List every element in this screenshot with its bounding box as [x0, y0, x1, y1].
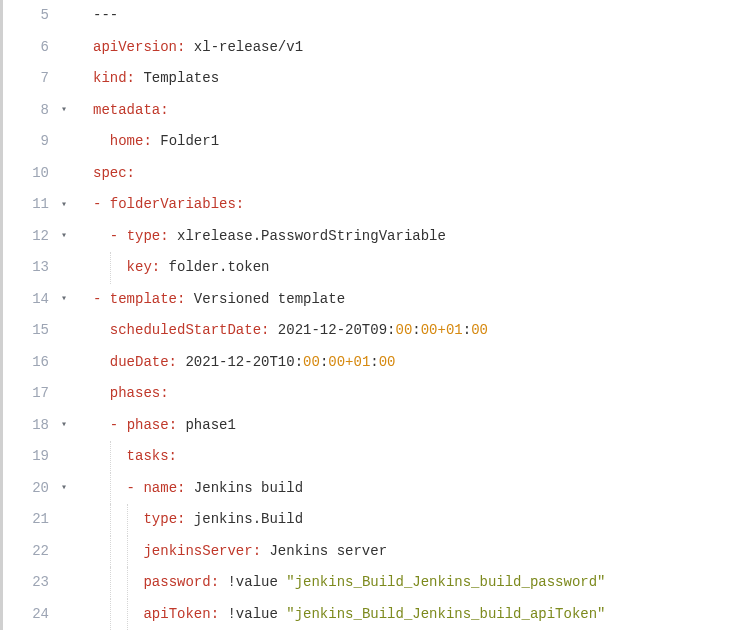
fold-toggle-icon[interactable]: ▾ [61, 221, 67, 253]
token-key: scheduledStartDate: [110, 322, 270, 338]
token-key: phases: [110, 385, 169, 401]
code-cell[interactable]: apiVersion: xl-release/v1 [73, 32, 750, 64]
code-line: 15 scheduledStartDate: 2021-12-20T09:00:… [3, 315, 750, 347]
code-line: 18▾ - phase: phase1 [3, 410, 750, 442]
code-content: apiToken: !value "jenkins_Build_Jenkins_… [93, 599, 606, 631]
token-num: 00+01 [421, 322, 463, 338]
code-cell[interactable]: apiToken: !value "jenkins_Build_Jenkins_… [73, 599, 750, 631]
code-content: metadata: [93, 95, 169, 127]
token-key: name: [143, 480, 185, 496]
fold-toggle-icon[interactable]: ▾ [61, 95, 67, 127]
token-num: 00 [379, 354, 396, 370]
token-scalar [93, 543, 143, 559]
token-scalar [93, 574, 143, 590]
code-cell[interactable]: type: jenkins.Build [73, 504, 750, 536]
token-scalar [93, 480, 127, 496]
line-number: 24 [3, 599, 73, 631]
token-scalar [93, 511, 143, 527]
token-key: type: [143, 511, 185, 527]
code-line: 23 password: !value "jenkins_Build_Jenki… [3, 567, 750, 599]
token-scalar: --- [93, 7, 118, 23]
token-num: 00 [471, 322, 488, 338]
code-cell[interactable]: jenkinsServer: Jenkins server [73, 536, 750, 568]
line-number: 19 [3, 441, 73, 473]
fold-toggle-icon[interactable]: ▾ [61, 410, 67, 442]
code-line: 12▾ - type: xlrelease.PasswordStringVari… [3, 221, 750, 253]
code-content: kind: Templates [93, 63, 219, 95]
code-line: 14▾- template: Versioned template [3, 284, 750, 316]
code-cell[interactable]: --- [73, 0, 750, 32]
fold-toggle-icon[interactable]: ▾ [61, 189, 67, 221]
code-line: 17 phases: [3, 378, 750, 410]
fold-toggle-icon[interactable]: ▾ [61, 473, 67, 505]
token-scalar: xl-release/v1 [185, 39, 303, 55]
code-line: 19 tasks: [3, 441, 750, 473]
code-cell[interactable]: phases: [73, 378, 750, 410]
token-num: 00 [303, 354, 320, 370]
code-line: 8▾metadata: [3, 95, 750, 127]
token-key: password: [143, 574, 219, 590]
code-cell[interactable]: dueDate: 2021-12-20T10:00:00+01:00 [73, 347, 750, 379]
line-number: 11▾ [3, 189, 73, 221]
code-cell[interactable]: password: !value "jenkins_Build_Jenkins_… [73, 567, 750, 599]
code-cell[interactable]: - folderVariables: [73, 189, 750, 221]
fold-toggle-icon[interactable]: ▾ [61, 284, 67, 316]
code-cell[interactable]: tasks: [73, 441, 750, 473]
code-content: type: jenkins.Build [93, 504, 303, 536]
code-content: apiVersion: xl-release/v1 [93, 32, 303, 64]
token-scalar: Jenkins server [261, 543, 387, 559]
token-scalar [93, 385, 110, 401]
code-line: 13 key: folder.token [3, 252, 750, 284]
token-scalar [93, 606, 143, 622]
code-cell[interactable]: scheduledStartDate: 2021-12-20T09:00:00+… [73, 315, 750, 347]
token-key: apiToken: [143, 606, 219, 622]
token-scalar [93, 417, 110, 433]
token-scalar: Folder1 [152, 133, 219, 149]
token-scalar [93, 354, 110, 370]
line-number: 22 [3, 536, 73, 568]
code-content: - phase: phase1 [93, 410, 236, 442]
code-line: 22 jenkinsServer: Jenkins server [3, 536, 750, 568]
code-content: key: folder.token [93, 252, 269, 284]
token-scalar: Versioned template [185, 291, 345, 307]
code-cell[interactable]: - phase: phase1 [73, 410, 750, 442]
line-number: 10 [3, 158, 73, 190]
code-cell[interactable]: metadata: [73, 95, 750, 127]
code-line: 20▾ - name: Jenkins build [3, 473, 750, 505]
token-key: jenkinsServer: [143, 543, 261, 559]
token-dash: - [93, 196, 110, 212]
token-scalar: 2021-12-20T10: [177, 354, 303, 370]
code-line: 6apiVersion: xl-release/v1 [3, 32, 750, 64]
token-num: 00 [395, 322, 412, 338]
code-cell[interactable]: - name: Jenkins build [73, 473, 750, 505]
code-cell[interactable]: - type: xlrelease.PasswordStringVariable [73, 221, 750, 253]
line-number: 14▾ [3, 284, 73, 316]
code-line: 16 dueDate: 2021-12-20T10:00:00+01:00 [3, 347, 750, 379]
code-cell[interactable]: - template: Versioned template [73, 284, 750, 316]
code-cell[interactable]: home: Folder1 [73, 126, 750, 158]
token-str: "jenkins_Build_Jenkins_build_password" [286, 574, 605, 590]
token-key: apiVersion: [93, 39, 185, 55]
line-number: 17 [3, 378, 73, 410]
code-line: 7kind: Templates [3, 63, 750, 95]
token-scalar [93, 322, 110, 338]
code-content: jenkinsServer: Jenkins server [93, 536, 387, 568]
code-line: 5--- [3, 0, 750, 32]
token-scalar [93, 448, 127, 464]
token-scalar: : [463, 322, 471, 338]
token-dash: - [110, 228, 127, 244]
code-line: 21 type: jenkins.Build [3, 504, 750, 536]
code-cell[interactable]: key: folder.token [73, 252, 750, 284]
code-cell[interactable]: kind: Templates [73, 63, 750, 95]
code-content: spec: [93, 158, 135, 190]
token-scalar: jenkins.Build [185, 511, 303, 527]
line-number: 13 [3, 252, 73, 284]
code-line: 11▾- folderVariables: [3, 189, 750, 221]
token-key: spec: [93, 165, 135, 181]
code-cell[interactable]: spec: [73, 158, 750, 190]
token-scalar [93, 133, 110, 149]
line-number: 15 [3, 315, 73, 347]
token-dash: - [93, 291, 110, 307]
token-scalar: : [412, 322, 420, 338]
line-number: 23 [3, 567, 73, 599]
